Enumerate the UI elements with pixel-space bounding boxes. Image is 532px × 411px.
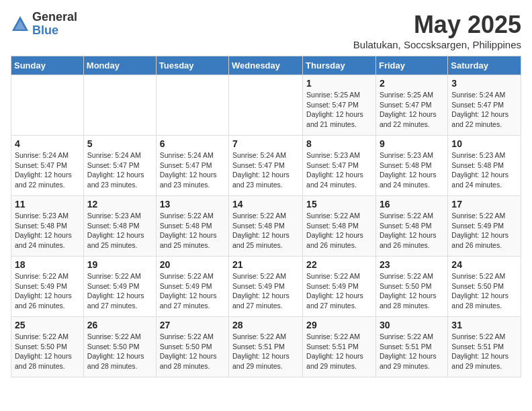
day-number: 20 [160, 259, 225, 270]
day-number: 6 [160, 138, 225, 149]
day-info: Sunrise: 5:25 AMSunset: 5:47 PMDaylight:… [306, 90, 372, 130]
calendar-cell: 30Sunrise: 5:22 AMSunset: 5:51 PMDayligh… [375, 317, 447, 377]
day-number: 7 [232, 138, 299, 149]
day-number: 19 [87, 259, 152, 270]
calendar-cell: 16Sunrise: 5:22 AMSunset: 5:48 PMDayligh… [375, 196, 447, 257]
day-info: Sunrise: 5:24 AMSunset: 5:47 PMDaylight:… [451, 90, 517, 130]
calendar-cell: 31Sunrise: 5:22 AMSunset: 5:51 PMDayligh… [448, 317, 521, 377]
day-info: Sunrise: 5:23 AMSunset: 5:48 PMDaylight:… [15, 211, 80, 250]
calendar-cell: 24Sunrise: 5:22 AMSunset: 5:50 PMDayligh… [448, 257, 521, 317]
calendar-cell: 23Sunrise: 5:22 AMSunset: 5:50 PMDayligh… [375, 257, 447, 317]
day-info: Sunrise: 5:25 AMSunset: 5:47 PMDaylight:… [380, 90, 444, 130]
day-number: 14 [232, 199, 299, 210]
calendar-cell: 9Sunrise: 5:23 AMSunset: 5:48 PMDaylight… [375, 136, 447, 196]
week-row-1: 1Sunrise: 5:25 AMSunset: 5:47 PMDaylight… [11, 75, 521, 136]
day-info: Sunrise: 5:23 AMSunset: 5:48 PMDaylight:… [380, 150, 444, 190]
day-number: 10 [451, 138, 517, 149]
calendar-cell: 20Sunrise: 5:22 AMSunset: 5:49 PMDayligh… [156, 257, 228, 317]
calendar-cell: 6Sunrise: 5:24 AMSunset: 5:47 PMDaylight… [156, 136, 228, 196]
day-info: Sunrise: 5:22 AMSunset: 5:50 PMDaylight:… [87, 332, 152, 371]
calendar-cell: 11Sunrise: 5:23 AMSunset: 5:48 PMDayligh… [11, 196, 84, 257]
day-number: 5 [87, 138, 152, 149]
calendar-cell: 29Sunrise: 5:22 AMSunset: 5:51 PMDayligh… [303, 317, 376, 377]
week-row-2: 4Sunrise: 5:24 AMSunset: 5:47 PMDaylight… [11, 136, 521, 196]
day-number: 26 [87, 320, 152, 330]
calendar-cell: 25Sunrise: 5:22 AMSunset: 5:50 PMDayligh… [11, 317, 84, 377]
day-number: 3 [451, 78, 517, 89]
day-number: 28 [232, 320, 299, 330]
day-info: Sunrise: 5:22 AMSunset: 5:51 PMDaylight:… [232, 332, 299, 371]
header-day-friday: Friday [375, 56, 447, 75]
day-number: 16 [380, 199, 444, 210]
day-number: 11 [15, 199, 80, 210]
calendar-header: SundayMondayTuesdayWednesdayThursdayFrid… [11, 56, 521, 75]
day-info: Sunrise: 5:22 AMSunset: 5:51 PMDaylight:… [380, 332, 444, 371]
location-subtitle: Bulatukan, Soccsksargen, Philippines [353, 39, 521, 50]
week-row-3: 11Sunrise: 5:23 AMSunset: 5:48 PMDayligh… [11, 196, 521, 257]
day-number: 8 [306, 138, 372, 149]
calendar-cell [83, 75, 156, 136]
logo-general: General [32, 11, 77, 24]
day-info: Sunrise: 5:22 AMSunset: 5:49 PMDaylight:… [160, 271, 225, 311]
calendar-cell [229, 75, 303, 136]
header-day-tuesday: Tuesday [156, 56, 228, 75]
logo: General Blue [11, 11, 77, 38]
logo-text: General Blue [32, 11, 77, 38]
day-info: Sunrise: 5:23 AMSunset: 5:48 PMDaylight:… [87, 211, 152, 250]
day-number: 4 [15, 138, 80, 149]
logo-blue: Blue [32, 24, 77, 38]
calendar-cell: 15Sunrise: 5:22 AMSunset: 5:48 PMDayligh… [303, 196, 376, 257]
day-info: Sunrise: 5:24 AMSunset: 5:47 PMDaylight:… [15, 150, 80, 190]
week-row-4: 18Sunrise: 5:22 AMSunset: 5:49 PMDayligh… [11, 257, 521, 317]
calendar-cell: 18Sunrise: 5:22 AMSunset: 5:49 PMDayligh… [11, 257, 84, 317]
day-number: 9 [380, 138, 444, 149]
day-info: Sunrise: 5:23 AMSunset: 5:48 PMDaylight:… [451, 150, 517, 190]
day-info: Sunrise: 5:22 AMSunset: 5:49 PMDaylight:… [306, 271, 372, 311]
header-day-sunday: Sunday [11, 56, 84, 75]
day-info: Sunrise: 5:22 AMSunset: 5:50 PMDaylight:… [451, 271, 517, 311]
calendar-body: 1Sunrise: 5:25 AMSunset: 5:47 PMDaylight… [11, 75, 521, 377]
day-info: Sunrise: 5:22 AMSunset: 5:48 PMDaylight:… [380, 211, 444, 250]
title-block: May 2025 Bulatukan, Soccsksargen, Philip… [353, 11, 521, 50]
day-info: Sunrise: 5:22 AMSunset: 5:51 PMDaylight:… [306, 332, 372, 371]
calendar-cell: 27Sunrise: 5:22 AMSunset: 5:50 PMDayligh… [156, 317, 228, 377]
calendar-cell: 3Sunrise: 5:24 AMSunset: 5:47 PMDaylight… [448, 75, 521, 136]
calendar-cell: 8Sunrise: 5:23 AMSunset: 5:47 PMDaylight… [303, 136, 376, 196]
day-number: 2 [380, 78, 444, 89]
day-info: Sunrise: 5:23 AMSunset: 5:47 PMDaylight:… [306, 150, 372, 190]
day-number: 31 [451, 320, 517, 330]
calendar-cell: 12Sunrise: 5:23 AMSunset: 5:48 PMDayligh… [83, 196, 156, 257]
header-day-saturday: Saturday [448, 56, 521, 75]
day-info: Sunrise: 5:22 AMSunset: 5:48 PMDaylight:… [232, 211, 299, 250]
day-number: 24 [451, 259, 517, 270]
day-info: Sunrise: 5:22 AMSunset: 5:49 PMDaylight:… [232, 271, 299, 311]
day-number: 22 [306, 259, 372, 270]
day-number: 13 [160, 199, 225, 210]
day-info: Sunrise: 5:24 AMSunset: 5:47 PMDaylight:… [160, 150, 225, 190]
calendar-cell [156, 75, 228, 136]
day-info: Sunrise: 5:22 AMSunset: 5:48 PMDaylight:… [306, 211, 372, 250]
calendar-cell: 5Sunrise: 5:24 AMSunset: 5:47 PMDaylight… [83, 136, 156, 196]
day-number: 30 [380, 320, 444, 330]
calendar-cell: 19Sunrise: 5:22 AMSunset: 5:49 PMDayligh… [83, 257, 156, 317]
header-day-thursday: Thursday [303, 56, 376, 75]
day-number: 27 [160, 320, 225, 330]
header-row: SundayMondayTuesdayWednesdayThursdayFrid… [11, 56, 521, 75]
calendar-cell: 26Sunrise: 5:22 AMSunset: 5:50 PMDayligh… [83, 317, 156, 377]
calendar-cell: 7Sunrise: 5:24 AMSunset: 5:47 PMDaylight… [229, 136, 303, 196]
day-number: 29 [306, 320, 372, 330]
calendar-cell: 14Sunrise: 5:22 AMSunset: 5:48 PMDayligh… [229, 196, 303, 257]
day-number: 17 [451, 199, 517, 210]
day-info: Sunrise: 5:24 AMSunset: 5:47 PMDaylight:… [232, 150, 299, 190]
day-info: Sunrise: 5:22 AMSunset: 5:50 PMDaylight:… [15, 332, 80, 371]
logo-icon [11, 15, 30, 34]
calendar-cell: 21Sunrise: 5:22 AMSunset: 5:49 PMDayligh… [229, 257, 303, 317]
calendar-cell [11, 75, 84, 136]
header-day-monday: Monday [83, 56, 156, 75]
day-info: Sunrise: 5:22 AMSunset: 5:49 PMDaylight:… [15, 271, 80, 311]
calendar-cell: 2Sunrise: 5:25 AMSunset: 5:47 PMDaylight… [375, 75, 447, 136]
month-title: May 2025 [353, 11, 521, 39]
day-info: Sunrise: 5:22 AMSunset: 5:48 PMDaylight:… [160, 211, 225, 250]
calendar-cell: 22Sunrise: 5:22 AMSunset: 5:49 PMDayligh… [303, 257, 376, 317]
header-day-wednesday: Wednesday [229, 56, 303, 75]
